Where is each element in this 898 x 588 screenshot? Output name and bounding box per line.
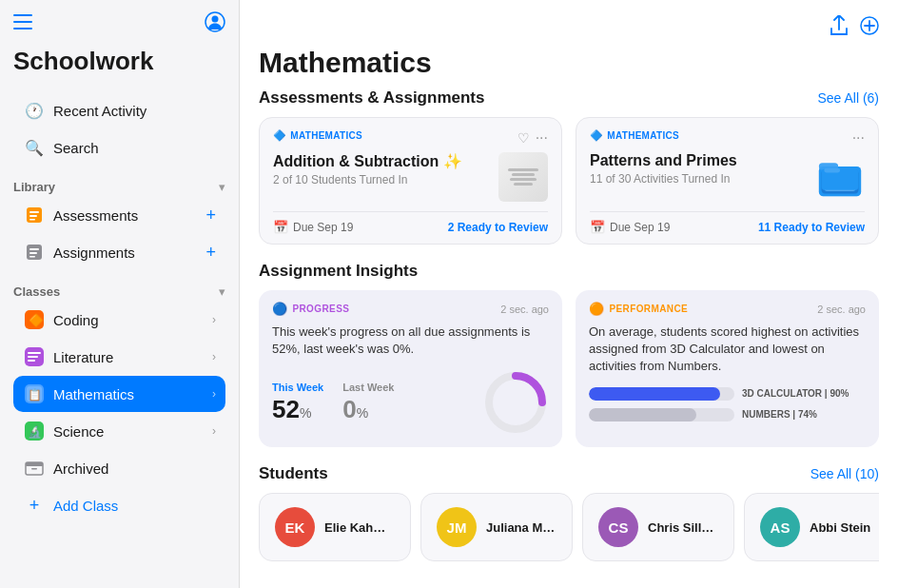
students-row: EK Elie Kahwagi JM Juliana Mejia CS Chri… — [259, 493, 879, 561]
student-name-4: Abbi Stein — [810, 520, 870, 535]
assignments-see-all-button[interactable]: See All (6) — [817, 90, 879, 106]
performance-tag: 🟠 PERFORMANCE — [589, 302, 688, 316]
card-1-actions: ♡ ··· — [517, 129, 548, 147]
card-2-subject-tag: 🔷 MATHEMATICS — [590, 129, 679, 142]
more-options-icon-2[interactable]: ··· — [852, 129, 865, 147]
svg-rect-7 — [29, 215, 37, 217]
card-1-thumbnail — [498, 152, 548, 202]
students-section-header: Students See All (10) — [259, 464, 879, 483]
card-1-footer: 📅 Due Sep 19 2 Ready to Review — [273, 211, 548, 244]
donut-chart — [482, 369, 549, 436]
student-card-4[interactable]: AS Abbi Stein — [744, 493, 879, 561]
share-button[interactable] — [830, 15, 849, 41]
mathematics-icon: 📋 — [23, 382, 46, 405]
main-top-bar — [259, 15, 879, 41]
sidebar-item-science[interactable]: 🔬 Science › — [13, 413, 225, 449]
assignment-card-1[interactable]: 🔷 MATHEMATICS ♡ ··· Addition & Subtracti… — [259, 117, 562, 245]
bar-fill-2 — [589, 408, 696, 421]
student-avatar-1: EK — [275, 507, 315, 547]
last-week-suffix: % — [357, 405, 368, 421]
svg-rect-26 — [31, 468, 37, 470]
card-1-title: Addition & Subtraction ✨ — [273, 152, 491, 170]
sidebar-toggle-button[interactable] — [11, 12, 34, 36]
bar-label-2: NUMBERS | 74% — [742, 409, 866, 420]
svg-rect-8 — [29, 219, 35, 221]
main-content: Mathematics Assessments & Assignments Se… — [240, 0, 898, 588]
sheet-line — [512, 173, 535, 176]
svg-rect-12 — [29, 256, 35, 258]
card-2-top: 🔷 MATHEMATICS ··· — [590, 129, 865, 147]
profile-button[interactable] — [203, 10, 227, 39]
assessments-add-icon[interactable]: + — [205, 206, 216, 225]
assignment-cards-row: 🔷 MATHEMATICS ♡ ··· Addition & Subtracti… — [259, 117, 879, 245]
library-section-header: Library ▾ — [13, 176, 225, 196]
insights-section-title: Assignment Insights — [259, 262, 418, 281]
svg-rect-17 — [28, 356, 38, 358]
student-card-1[interactable]: EK Elie Kahwagi — [259, 493, 411, 561]
literature-chevron-icon: › — [212, 350, 216, 363]
progress-stats: This Week 52% Last Week 0% — [272, 369, 549, 436]
svg-text:🔬: 🔬 — [28, 424, 42, 439]
sheet-line — [514, 183, 533, 186]
svg-rect-16 — [28, 352, 41, 354]
svg-rect-2 — [13, 28, 32, 29]
sidebar-item-add-class[interactable]: + Add Class — [13, 487, 225, 523]
svg-rect-6 — [29, 211, 39, 213]
sidebar-item-literature[interactable]: Literature › — [13, 339, 225, 375]
student-card-3[interactable]: CS Chris Sillers — [582, 493, 734, 561]
classes-label: Classes — [13, 284, 60, 299]
add-button[interactable] — [860, 16, 879, 40]
archived-label: Archived — [53, 461, 216, 477]
svg-rect-35 — [824, 168, 840, 173]
sheet-line — [510, 178, 537, 181]
card-2-thumbnail — [815, 152, 865, 202]
calendar-icon-1: 📅 — [273, 220, 288, 234]
sidebar-item-assignments[interactable]: Assignments + — [13, 234, 225, 270]
more-options-icon-1[interactable]: ··· — [536, 129, 548, 147]
card-2-subtitle: 11 of 30 Activities Turned In — [590, 172, 808, 186]
library-chevron-icon: ▾ — [219, 180, 225, 194]
search-icon: 🔍 — [23, 136, 46, 159]
page-title: Mathematics — [259, 47, 879, 79]
progress-time: 2 sec. ago — [500, 304, 549, 315]
sidebar-item-mathematics[interactable]: 📋 Mathematics › — [13, 376, 225, 412]
math-tag-icon-2: 🔷 — [590, 129, 603, 142]
science-icon: 🔬 — [23, 420, 46, 442]
student-card-2[interactable]: JM Juliana Mejia — [420, 493, 573, 561]
card-1-text: Addition & Subtraction ✨ 2 of 10 Student… — [273, 152, 491, 186]
recent-activity-label: Recent Activity — [53, 103, 216, 119]
classes-chevron-icon: ▾ — [219, 284, 225, 299]
progress-insight-card: 🔵 PROGRESS 2 sec. ago This week's progre… — [259, 290, 562, 447]
sidebar-item-assessments[interactable]: Assessments + — [13, 197, 225, 233]
card-1-subtitle: 2 of 10 Students Turned In — [273, 173, 491, 186]
card-1-due: 📅 Due Sep 19 — [273, 220, 353, 234]
svg-rect-11 — [29, 252, 37, 254]
app-title: Schoolwork — [0, 43, 239, 86]
students-see-all-button[interactable]: See All (10) — [810, 466, 879, 481]
assignments-add-icon[interactable]: + — [205, 243, 216, 263]
this-week-suffix: % — [300, 405, 311, 421]
assignments-section-header: Assessments & Assignments See All (6) — [259, 88, 879, 108]
card-2-footer: 📅 Due Sep 19 11 Ready to Review — [590, 211, 865, 244]
sidebar-item-coding[interactable]: 🔶 Coding › — [13, 302, 225, 338]
search-label: Search — [53, 140, 216, 156]
card-2-due: 📅 Due Sep 19 — [590, 220, 670, 234]
sidebar-item-recent-activity[interactable]: 🕐 Recent Activity — [13, 92, 225, 128]
bar-row-2: NUMBERS | 74% — [589, 408, 866, 421]
sidebar-item-archived[interactable]: Archived — [13, 450, 225, 486]
performance-time: 2 sec. ago — [817, 304, 866, 315]
assignment-card-2[interactable]: 🔷 MATHEMATICS ··· Patterns and Primes 11… — [576, 117, 879, 245]
heart-icon-1[interactable]: ♡ — [517, 130, 530, 146]
classes-section-header: Classes ▾ — [13, 281, 225, 301]
sidebar-top-bar — [0, 0, 239, 43]
add-class-icon: + — [23, 494, 46, 517]
last-week-value: 0 — [342, 395, 356, 423]
card-1-top: 🔷 MATHEMATICS ♡ ··· — [273, 129, 548, 147]
student-avatar-2: JM — [437, 507, 477, 547]
last-week-stat: Last Week 0% — [342, 382, 394, 424]
svg-rect-0 — [13, 14, 32, 16]
svg-rect-1 — [13, 21, 32, 23]
library-label: Library — [13, 180, 55, 194]
sidebar-item-search[interactable]: 🔍 Search — [13, 129, 225, 166]
assignments-label: Assignments — [53, 245, 205, 261]
